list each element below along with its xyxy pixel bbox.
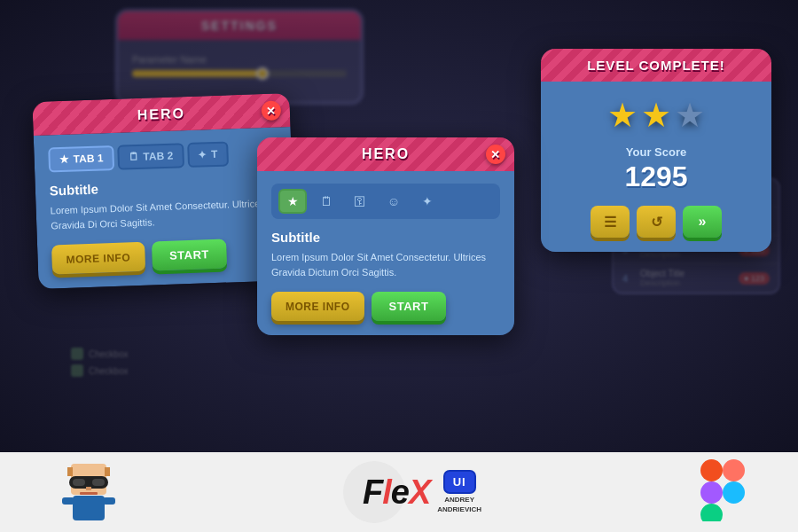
tab3-label: T xyxy=(211,148,218,160)
flex-e: e xyxy=(391,473,409,511)
hero-card-2: HERO ✕ ★ 🗒 ⚿ ☺ ✦ Subtitle Lorem Ipsum Do… xyxy=(257,137,514,335)
book-icon: 🗒 xyxy=(128,151,138,163)
card2-start-button[interactable]: START xyxy=(372,292,447,321)
level-body: ★ ★ ★ Your Score 1295 ☰ ↺ » xyxy=(541,82,771,252)
level-title: LEVEL COMPLETE! xyxy=(541,49,771,82)
star-3: ★ xyxy=(675,96,705,135)
icon-tab-arrows[interactable]: ✦ xyxy=(413,189,442,214)
svg-rect-13 xyxy=(700,481,723,504)
score-label: Your Score xyxy=(555,145,757,159)
card1-title: HERO xyxy=(137,106,186,122)
card1-buttons: MORE INFO START xyxy=(51,237,281,274)
score-value: 1295 xyxy=(555,160,757,193)
flex-brand: FleX UI ANDREY ANDRIEVICH xyxy=(343,461,481,523)
card2-buttons: MORE INFO START xyxy=(271,292,500,321)
tab1-label: TAB 1 xyxy=(73,152,103,165)
checkbox-label: Checkbox xyxy=(89,349,128,359)
star-2: ★ xyxy=(641,96,671,135)
settings-slider xyxy=(132,70,347,77)
checkbox-icon xyxy=(71,364,83,377)
card2-subtitle: Subtitle xyxy=(271,230,500,245)
checkbox-list: Checkbox Checkbox xyxy=(71,348,128,381)
icon-tab-face[interactable]: ☺ xyxy=(379,189,408,214)
checkbox-item: Checkbox xyxy=(71,348,128,360)
flex-logo-text: FleX xyxy=(363,473,430,512)
bottom-bar: FleX UI ANDREY ANDRIEVICH xyxy=(0,452,798,532)
stars-row: ★ ★ ★ xyxy=(555,96,757,135)
checkbox-label: Checkbox xyxy=(89,366,128,376)
settings-window: SETTINGS Parameter Name xyxy=(115,9,364,105)
card2-icon-tabs: ★ 🗒 ⚿ ☺ ✦ xyxy=(271,184,500,219)
card2-title: HERO xyxy=(362,146,410,161)
card1-tabs: ★ TAB 1 🗒 TAB 2 ✦ T xyxy=(48,140,278,173)
andrey-line2: ANDRIEVICH xyxy=(437,505,481,514)
andrey-credit: ANDREY ANDRIEVICH xyxy=(437,496,481,514)
svg-rect-4 xyxy=(73,479,85,486)
svg-rect-5 xyxy=(92,479,105,486)
list-title: Object Title xyxy=(640,269,733,278)
tab-2[interactable]: 🗒 TAB 2 xyxy=(117,143,184,170)
ui-badge: UI xyxy=(443,470,476,494)
svg-rect-8 xyxy=(73,496,105,520)
icon-tab-star[interactable]: ★ xyxy=(278,189,307,214)
card1-text: Lorem Ipsum Dolor Sit Amet Consectetur. … xyxy=(50,195,279,232)
card2-body: ★ 🗒 ⚿ ☺ ✦ Subtitle Lorem Ipsum Dolor Sit… xyxy=(257,171,514,335)
replay-button[interactable]: ↺ xyxy=(637,206,676,238)
list-num: 4 xyxy=(622,273,635,284)
tab-1[interactable]: ★ TAB 1 xyxy=(48,145,114,173)
card2-text: Lorem Ipsum Dolor Sit Amet Consectetur. … xyxy=(271,250,500,279)
card2-close-button[interactable]: ✕ xyxy=(486,145,505,164)
card1-start-button[interactable]: START xyxy=(151,239,227,271)
card2-header: HERO ✕ xyxy=(257,137,514,171)
next-button[interactable]: » xyxy=(683,206,722,238)
checkbox-item: Checkbox xyxy=(71,364,128,377)
card1-subtitle: Subtitle xyxy=(50,176,278,199)
checkbox-icon xyxy=(71,348,83,360)
star-1: ★ xyxy=(607,96,638,135)
tab2-label: TAB 2 xyxy=(143,150,173,163)
flex-l: l xyxy=(382,473,391,511)
svg-rect-6 xyxy=(86,487,91,490)
card2-more-info-button[interactable]: MORE INFO xyxy=(271,292,364,321)
flex-logo-area: FleX UI ANDREY ANDRIEVICH xyxy=(363,470,481,514)
star-icon: ★ xyxy=(59,153,68,166)
svg-rect-10 xyxy=(103,497,115,505)
svg-rect-2 xyxy=(105,467,110,476)
people-icon: ✦ xyxy=(198,148,207,160)
level-buttons: ☰ ↺ » xyxy=(555,206,757,238)
svg-rect-11 xyxy=(700,459,723,481)
andrey-line1: ANDREY xyxy=(437,496,481,505)
flex-f: F xyxy=(363,473,382,511)
svg-rect-15 xyxy=(700,504,723,521)
ui-badge-area: UI ANDREY ANDRIEVICH xyxy=(437,470,481,514)
tab-3[interactable]: ✦ T xyxy=(187,141,229,168)
figma-icon xyxy=(700,459,745,525)
svg-rect-9 xyxy=(62,497,74,505)
level-complete-card: LEVEL COMPLETE! ★ ★ ★ Your Score 1295 ☰ … xyxy=(541,49,771,252)
list-badge: ● 123 xyxy=(739,272,770,285)
list-info: Object Title Description xyxy=(640,269,733,287)
svg-rect-7 xyxy=(80,492,98,495)
flex-x: X xyxy=(409,473,430,511)
slider-fill xyxy=(132,70,261,77)
svg-rect-1 xyxy=(67,467,73,476)
list-row: 4 Object Title Description ● 123 xyxy=(614,264,778,293)
game-area: SETTINGS Parameter Name Checkbox Checkbo… xyxy=(0,0,798,452)
card1-close-button[interactable]: ✕ xyxy=(262,100,282,121)
svg-rect-12 xyxy=(723,459,745,481)
icon-tab-book[interactable]: 🗒 xyxy=(312,189,340,214)
svg-rect-14 xyxy=(723,481,745,504)
settings-label: Parameter Name xyxy=(132,54,347,65)
hero-card-1: HERO ✕ ★ TAB 1 🗒 TAB 2 ✦ T Subtitle xyxy=(32,93,295,289)
slider-thumb xyxy=(256,67,269,80)
list-button[interactable]: ☰ xyxy=(591,206,630,238)
list-sub: Description xyxy=(640,278,733,287)
icon-tab-key[interactable]: ⚿ xyxy=(346,189,374,214)
card1-more-info-button[interactable]: MORE INFO xyxy=(51,242,145,275)
settings-title: SETTINGS xyxy=(118,12,361,40)
pixel-character xyxy=(53,455,124,529)
